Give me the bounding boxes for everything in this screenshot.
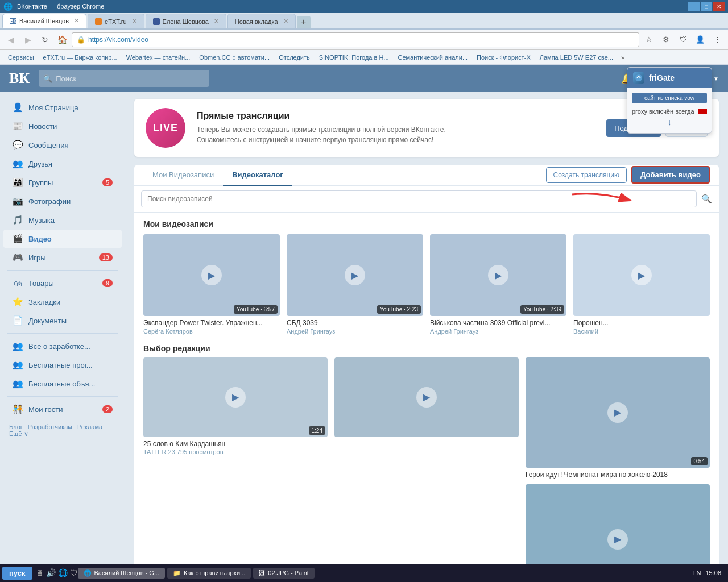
address-bar[interactable]: 🔒 https://vk.com/video	[72, 32, 639, 47]
tab-close-4[interactable]: ✕	[283, 18, 288, 25]
tab-close-3[interactable]: ✕	[214, 18, 219, 25]
start-button[interactable]: пуск	[2, 567, 32, 580]
editor-inner-2: ▶	[334, 357, 519, 437]
sidebar-label-free1: Бесплатные прог...	[28, 361, 93, 369]
sidebar-label-groups: Группы	[28, 178, 53, 187]
new-tab-button[interactable]: +	[297, 16, 311, 28]
frigate-popup: friGate сайт из списка vow proxy включён…	[627, 67, 712, 134]
tab-vasily[interactable]: ВК Василий Шевцов ✕	[2, 14, 86, 28]
bookmark-sematic[interactable]: Семантический анали...	[395, 53, 471, 62]
bookmark-webartex[interactable]: Webartex — статейн...	[123, 53, 194, 62]
reload-button[interactable]: ↻	[38, 32, 52, 47]
add-video-button[interactable]: Добавить видео	[631, 166, 710, 184]
browser-tabs: ВК Василий Шевцов ✕ eTXT.ru ✕ Елена Шевц…	[0, 13, 728, 30]
tab-videocatalog[interactable]: Видеокаталог	[223, 165, 292, 186]
sidebar-item-free1[interactable]: 👥 Бесплатные прог...	[3, 356, 122, 374]
close-window-button[interactable]: ✕	[713, 2, 725, 11]
frigate-arrow-button[interactable]: ↓	[632, 116, 707, 128]
bookmark-star-button[interactable]: ☆	[642, 32, 656, 47]
sidebar-item-goods[interactable]: 🛍 Товары 9	[3, 274, 122, 292]
frigate-toggle-row: proxy включён всегда	[632, 107, 707, 116]
video-title-2: СБД 3039	[287, 319, 423, 328]
sidebar-item-news[interactable]: 📰 Новости	[3, 117, 122, 135]
games-badge: 13	[99, 253, 113, 261]
sidebar-divider-3	[7, 396, 118, 397]
video-item-2[interactable]: ▶ YouTube · 2:23 СБД 3039 Андрей Грингау…	[287, 234, 423, 335]
live-text: Прямые трансляции Теперь Вы можете созда…	[197, 111, 446, 145]
taskbar-items: 🌐 Василий Шевцов - G... 📁 Как отправить …	[78, 568, 693, 579]
video-item-3[interactable]: ▶ YouTube · 2:39 Військова частина 3039 …	[430, 234, 566, 335]
shield-icon[interactable]: 🛡	[676, 32, 690, 47]
games-icon: 🎮	[13, 252, 23, 263]
sidebar-label-docs: Документы	[28, 317, 67, 325]
sidebar-item-free2[interactable]: 👥 Бесплатные объя...	[3, 375, 122, 393]
tab-elena[interactable]: Елена Шевцова ✕	[146, 14, 226, 28]
back-button[interactable]: ◀	[3, 32, 18, 47]
bookmark-services[interactable]: Сервисы	[5, 53, 38, 62]
video-inner-3: ▶	[430, 234, 566, 316]
docs-icon: 📄	[13, 315, 23, 326]
bookmark-etxt[interactable]: eTXT.ru — Биржа копир...	[40, 53, 121, 62]
tab-etxt[interactable]: eTXT.ru ✕	[88, 14, 144, 28]
live-description: Теперь Вы можете создавать прямые трансл…	[197, 124, 446, 145]
sidebar-item-friends[interactable]: 👥 Друзья	[3, 155, 122, 173]
sidebar-label-friends: Друзья	[28, 160, 52, 168]
sidebar-item-guests[interactable]: 🧑‍🤝‍🧑 Мои гости 2	[3, 400, 122, 418]
account-button[interactable]: 👤	[693, 32, 708, 47]
search-input[interactable]	[39, 70, 209, 87]
sidebar-item-docs[interactable]: 📄 Документы	[3, 311, 122, 330]
taskbar-item-archive[interactable]: 📁 Как отправить архи...	[167, 568, 251, 579]
frigate-logo-icon	[633, 72, 644, 84]
editor-video-2[interactable]: ▶	[334, 357, 519, 582]
bookmark-sinoptik[interactable]: SINOPTIK: Погода в Н...	[316, 53, 392, 62]
forward-button[interactable]: ▶	[20, 32, 35, 47]
sidebar-item-groups[interactable]: 👨‍👩‍👧 Группы 5	[3, 173, 122, 192]
frigate-vow-button[interactable]: сайт из списка vow	[632, 93, 707, 103]
tab-new[interactable]: Новая вкладка ✕	[228, 14, 296, 28]
editor-thumbnail-3: ▶ 0:54	[526, 357, 710, 468]
footer-link-dev[interactable]: Разработчикам	[28, 423, 72, 430]
menu-button[interactable]: ⋮	[710, 32, 725, 47]
editor-video-1[interactable]: ▶ 1:24 25 слов о Ким Кардашьян TATLER 23…	[143, 357, 328, 582]
sidebar-item-photos[interactable]: 📷 Фотографии	[3, 192, 122, 210]
search-icon: 🔍	[43, 74, 52, 83]
tab-close-1[interactable]: ✕	[74, 17, 79, 24]
maximize-button[interactable]: □	[701, 2, 712, 11]
sidebar-item-my-page[interactable]: 👤 Моя Страница	[3, 98, 122, 117]
video-author-4: Василий	[573, 328, 710, 335]
bookmark-lamp[interactable]: Лампа LED 5W E27 све...	[536, 53, 617, 62]
footer-link-ads[interactable]: Реклама	[77, 423, 102, 430]
create-stream-button[interactable]: Создать трансляцию	[546, 167, 627, 183]
sidebar-item-messages[interactable]: 💬 Сообщения	[3, 136, 122, 154]
minimize-button[interactable]: —	[688, 2, 700, 11]
tab-my-videos[interactable]: Мои Видеозаписи	[143, 165, 223, 186]
bookmark-obmen[interactable]: Obmen.CC :: автомати...	[196, 53, 273, 62]
video-search-icon[interactable]: 🔍	[701, 194, 712, 204]
sidebar-item-music[interactable]: 🎵 Музыка	[3, 211, 122, 229]
video-item-4[interactable]: ▶ Порошен... Василий	[573, 234, 710, 335]
vk-header: ВК 🔍 🔔 1 🎵 Василий 👤 ▼	[0, 65, 728, 92]
taskbar-item-vasily[interactable]: 🌐 Василий Шевцов - G...	[78, 568, 166, 579]
bookmark-florist[interactable]: Поиск - Флорист-Х	[473, 53, 534, 62]
navbar: ◀ ▶ ↻ 🏠 🔒 https://vk.com/video ☆ ⚙ 🛡 👤 ⋮	[0, 30, 728, 50]
bookmark-otsledit[interactable]: Отследить	[275, 53, 313, 62]
sidebar-item-games[interactable]: 🎮 Игры 13	[3, 248, 122, 267]
editor-video-3[interactable]: ▶ 0:54 Герои идут! Чемпионат мира по хок…	[526, 357, 710, 480]
footer-link-blog[interactable]: Блог	[9, 423, 23, 430]
chevron-down-icon: ▼	[713, 76, 719, 82]
sidebar-item-video[interactable]: 🎬 Видео	[3, 230, 122, 248]
sidebar-item-earn[interactable]: 👥 Все о заработке...	[3, 337, 122, 355]
sidebar-item-bookmarks[interactable]: ⭐ Закладки	[3, 293, 122, 311]
video-item-1[interactable]: ▶ YouTube · 6:57 Экспандер Power Twister…	[143, 234, 280, 335]
vk-logo[interactable]: ВК	[9, 70, 30, 87]
video-title-3: Військова частина 3039 Official previ...	[430, 319, 566, 328]
video-thumbnail-2: ▶ YouTube · 2:23	[287, 234, 423, 316]
home-button[interactable]: 🏠	[55, 32, 69, 47]
bookmarks-more[interactable]: »	[619, 53, 627, 62]
tab-close-2[interactable]: ✕	[132, 18, 137, 25]
taskbar-icon-archive: 📁	[173, 569, 181, 577]
sidebar-label-my-page: Моя Страница	[28, 103, 78, 112]
extensions-button[interactable]: ⚙	[659, 32, 673, 47]
taskbar-item-paint[interactable]: 🖼 02.JPG - Paint	[253, 568, 315, 579]
footer-link-more[interactable]: Ещё ∨	[9, 430, 28, 437]
